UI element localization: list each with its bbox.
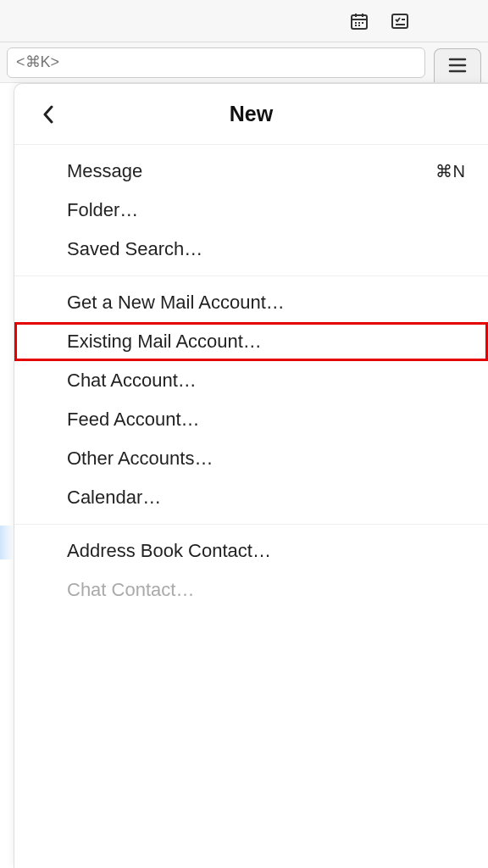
menu-item-label: Chat Account… [67,370,197,392]
menu-section: Address Book Contact… Chat Contact… [14,525,488,616]
menu-header: New [14,84,488,145]
menu-item-calendar[interactable]: Calendar… [14,478,488,517]
search-input[interactable] [7,47,425,78]
menu-body: Message ⌘N Folder… Saved Search… Get a N… [14,145,488,616]
menu-item-label: Other Accounts… [67,448,213,470]
menu-item-saved-search[interactable]: Saved Search… [14,230,488,269]
tasks-icon[interactable] [388,9,412,33]
menu-item-label: Message [67,160,142,182]
menu-section: Message ⌘N Folder… Saved Search… [14,145,488,276]
menu-item-other-accounts[interactable]: Other Accounts… [14,439,488,478]
menu-item-address-book-contact[interactable]: Address Book Contact… [14,531,488,570]
menu-item-label: Saved Search… [67,238,202,260]
back-button[interactable] [35,101,62,128]
svg-rect-9 [392,14,408,28]
app-menu-button[interactable] [434,48,481,82]
search-row [0,42,488,83]
menu-item-label: Chat Contact… [67,579,194,601]
menu-item-label: Get a New Mail Account… [67,292,285,314]
menu-section: Get a New Mail Account… Existing Mail Ac… [14,276,488,525]
menu-item-label: Address Book Contact… [67,540,271,562]
menu-item-folder[interactable]: Folder… [14,191,488,230]
top-toolbar [0,0,488,42]
menu-item-shortcut: ⌘N [435,161,466,181]
menu-item-get-new-mail-account[interactable]: Get a New Mail Account… [14,283,488,322]
menu-item-label: Existing Mail Account… [67,331,262,353]
menu-title: New [14,102,488,126]
menu-item-chat-contact: Chat Contact… [14,570,488,609]
menu-item-feed-account[interactable]: Feed Account… [14,400,488,439]
calendar-icon[interactable] [347,9,371,33]
menu-item-label: Feed Account… [67,409,200,431]
left-edge-strip [0,526,14,559]
new-submenu-panel: New Message ⌘N Folder… Saved Search… Get… [14,83,488,868]
menu-item-label: Folder… [67,199,138,221]
menu-item-label: Calendar… [67,487,161,509]
menu-item-existing-mail-account[interactable]: Existing Mail Account… [14,322,488,361]
menu-item-message[interactable]: Message ⌘N [14,152,488,191]
menu-item-chat-account[interactable]: Chat Account… [14,361,488,400]
